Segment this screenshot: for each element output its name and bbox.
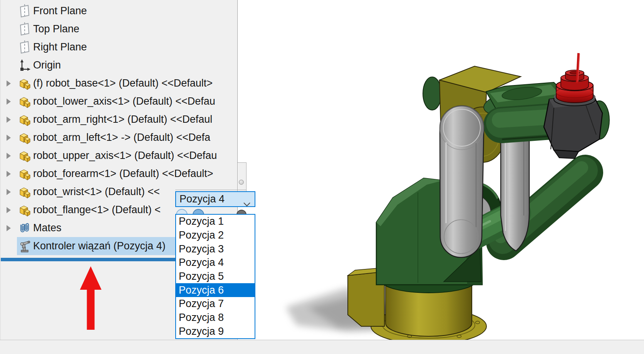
- tree-item-label: Top Plane: [33, 23, 79, 35]
- expand-arrow-icon[interactable]: [1, 99, 18, 105]
- tree-item-label: robot_upper_axis<1> (Default) <<Defau: [33, 150, 217, 162]
- expand-arrow-icon[interactable]: [1, 171, 18, 177]
- position-dropdown-list: Pozycja 1 Pozycja 2 Pozycja 3 Pozycja 4 …: [175, 214, 255, 339]
- tree-item-label: robot_forearm<1> (Default) <<Default>: [33, 168, 213, 180]
- dropdown-option[interactable]: Pozycja 2: [176, 229, 255, 242]
- dropdown-option[interactable]: Pozycja 1: [176, 215, 255, 229]
- part-icon: [18, 77, 33, 90]
- dropdown-option-highlighted[interactable]: Pozycja 6: [176, 283, 255, 297]
- expand-arrow-icon[interactable]: [1, 135, 18, 141]
- tree-item-robot-arm-right[interactable]: robot_arm_right<1> (Default) <<Defaul: [1, 110, 238, 129]
- 3d-viewport[interactable]: [238, 0, 644, 340]
- dropdown-option[interactable]: Pozycja 4: [176, 256, 255, 270]
- part-icon: [18, 167, 33, 180]
- expand-arrow-icon[interactable]: [1, 80, 18, 87]
- robot-flange-part[interactable]: [544, 53, 609, 159]
- tree-item-robot-forearm[interactable]: robot_forearm<1> (Default) <<Default>: [1, 165, 238, 183]
- tree-item-label: Origin: [33, 59, 61, 71]
- tree-item-label: Kontroler wiązań (Pozycja 4): [33, 240, 166, 252]
- plane-icon: [18, 40, 33, 55]
- tree-item-label: Mates: [33, 222, 62, 234]
- red-up-arrow-annotation: [79, 266, 103, 332]
- expand-arrow-icon[interactable]: [1, 225, 18, 231]
- dropdown-option[interactable]: Pozycja 7: [176, 297, 255, 311]
- tree-item-robot-base[interactable]: (f) robot_base<1> (Default) <<Default>: [1, 74, 238, 92]
- position-combobox[interactable]: Pozycja 4: [175, 191, 255, 207]
- robot-arm-left-part[interactable]: [440, 106, 484, 257]
- position-slider-handle[interactable]: [239, 180, 244, 185]
- tree-item-label: Front Plane: [33, 5, 87, 17]
- tree-item-label: (f) robot_base<1> (Default) <<Default>: [33, 77, 213, 89]
- plane-icon: [18, 3, 33, 19]
- part-icon: [18, 185, 33, 199]
- tree-item-origin[interactable]: Origin: [1, 56, 238, 74]
- tree-item-label: robot_wrist<1> (Default) <<: [33, 186, 160, 198]
- popup-border: [175, 190, 247, 190]
- mates-paperclip-icon: [18, 221, 33, 235]
- popup-border: [246, 162, 247, 191]
- tree-item-label: robot_lower_axis<1> (Default) <<Defau: [33, 95, 215, 107]
- expand-arrow-icon[interactable]: [1, 189, 18, 195]
- tree-item-label: robot_flange<1> (Default) <: [33, 204, 161, 216]
- expand-arrow-icon[interactable]: [1, 117, 18, 123]
- expand-arrow-icon[interactable]: [1, 207, 18, 213]
- status-bar: [0, 340, 644, 354]
- part-icon: [18, 95, 33, 108]
- tree-item-label: robot_arm_right<1> (Default) <<Defaul: [33, 114, 212, 125]
- dropdown-option[interactable]: Pozycja 3: [176, 242, 255, 256]
- plane-icon: [18, 22, 33, 37]
- dropdown-option[interactable]: Pozycja 8: [176, 311, 255, 325]
- part-icon: [18, 204, 33, 217]
- tree-item-robot-upper-axis[interactable]: robot_upper_axis<1> (Default) <<Defau: [1, 147, 238, 165]
- tree-selection-bar: [1, 258, 178, 261]
- dropdown-option[interactable]: Pozycja 5: [176, 270, 255, 284]
- dropdown-option[interactable]: Pozycja 9: [176, 324, 255, 338]
- tree-item-label: Right Plane: [33, 41, 87, 53]
- part-icon: [18, 131, 33, 144]
- origin-icon: [18, 59, 33, 72]
- part-icon: [18, 149, 33, 162]
- tree-item-front-plane[interactable]: Front Plane: [1, 2, 238, 20]
- tree-item-robot-lower-axis[interactable]: robot_lower_axis<1> (Default) <<Defau: [1, 92, 238, 110]
- tree-item-top-plane[interactable]: Top Plane: [1, 20, 238, 38]
- part-icon: [18, 113, 33, 126]
- popup-border: [238, 162, 246, 163]
- mate-controller-icon: [18, 239, 33, 253]
- solidworks-window: Front Plane Top Plane Right Plane Origin: [0, 0, 644, 354]
- position-combobox-value: Pozycja 4: [179, 193, 225, 205]
- mate-controller-popup: [238, 163, 246, 191]
- chevron-down-icon: [243, 197, 251, 209]
- tree-item-robot-arm-left[interactable]: robot_arm_left<1> -> (Default) <<Defa: [1, 129, 238, 147]
- tree-item-label: robot_arm_left<1> -> (Default) <<Defa: [33, 132, 210, 144]
- tree-item-right-plane[interactable]: Right Plane: [1, 38, 238, 56]
- expand-arrow-icon[interactable]: [1, 153, 18, 159]
